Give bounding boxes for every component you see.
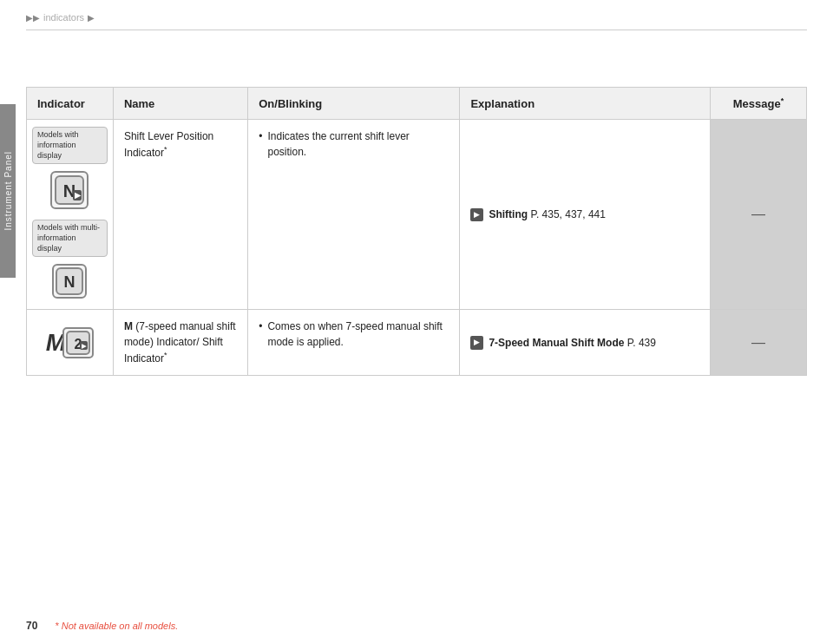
header-indicator: Indicator — [27, 88, 114, 120]
explanation-bold-1: Shifting — [489, 208, 528, 220]
header-message-text: Message — [733, 97, 781, 110]
bullet-item-2: Comes on when 7-speed manual shift mode … — [259, 319, 449, 350]
name-prefix-2: M — [124, 320, 133, 332]
indicator-box-top: Models with information display — [32, 127, 108, 164]
top-bar: ▶▶ indicators ▶ — [26, 12, 807, 30]
main-content: Indicator Name On/Blinking Explanation M… — [26, 35, 807, 609]
indicator-box-bottom-text: Models with multi-information display — [37, 223, 100, 252]
footer: 70 * Not available on all models. — [26, 620, 807, 632]
breadcrumb-arrows: ▶▶ — [26, 13, 40, 23]
message-cell-1: — — [710, 120, 806, 310]
m-sub-svg: 2 ▶ — [66, 331, 90, 355]
message-value-2: — — [751, 335, 765, 350]
explanation-cell-2: ▶ 7-Speed Manual Shift Mode P. 439 — [460, 310, 711, 376]
bullet-text-1: Indicates the current shift lever positi… — [267, 128, 449, 160]
name-text-1: Shift Lever Position Indicator* — [124, 130, 213, 159]
message-value-1: — — [751, 207, 765, 221]
explanation-icon-2: ▶ — [470, 336, 483, 350]
bullet-item-1: Indicates the current shift lever positi… — [259, 128, 449, 160]
onblinking-cell-2: Comes on when 7-speed manual shift mode … — [248, 310, 460, 376]
table-row: M 2 ▶ M (7-speed manual sh — [27, 310, 807, 376]
shift-lever-svg-bottom: N — [55, 266, 84, 296]
explanation-link-2: ▶ 7-Speed Manual Shift Mode P. 439 — [470, 335, 699, 351]
breadcrumb-suffix-arrow: ▶ — [88, 13, 95, 23]
indicator-box-top-text: Models with information display — [37, 130, 79, 159]
bullet-text-2: Comes on when 7-speed manual shift mode … — [267, 319, 449, 350]
indicators-table: Indicator Name On/Blinking Explanation M… — [26, 87, 807, 376]
name-text-2: M (7-speed manual shift mode) Indicator/… — [124, 320, 236, 365]
side-tab-label: Instrument Panel — [3, 151, 13, 231]
explanation-cell-1: ▶ Shifting P. 435, 437, 441 — [460, 120, 711, 310]
m-indicator-icon: M 2 ▶ — [32, 325, 108, 361]
shift-lever-svg-top: N ▶ — [54, 174, 85, 206]
page-number: 70 — [26, 620, 37, 632]
breadcrumb-suffix: indicators — [43, 12, 84, 23]
explanation-content-2: 7-Speed Manual Shift Mode P. 439 — [489, 335, 656, 351]
header-message-asterisk: * — [781, 96, 784, 105]
header-onblinking: On/Blinking — [248, 88, 460, 120]
indicator-box-bottom: Models with multi-information display — [32, 220, 108, 257]
header-message: Message* — [710, 88, 806, 120]
explanation-bold-2: 7-Speed Manual Shift Mode — [489, 337, 624, 349]
message-cell-2: — — [710, 310, 806, 376]
indicator-cell-2: M 2 ▶ — [27, 310, 114, 376]
header-explanation: Explanation — [460, 88, 711, 120]
shift-lever-icon-top: N ▶ — [50, 171, 89, 209]
side-tab: Instrument Panel — [0, 104, 16, 278]
m-sub-box: 2 ▶ — [62, 327, 94, 358]
onblinking-cell-1: Indicates the current shift lever positi… — [248, 120, 460, 310]
shift-lever-icon-bottom: N — [52, 264, 87, 299]
header-name: Name — [113, 88, 247, 120]
name-cell-1: Shift Lever Position Indicator* — [113, 120, 247, 310]
svg-text:▶: ▶ — [75, 191, 82, 200]
explanation-content-1: Shifting P. 435, 437, 441 — [489, 207, 606, 222]
name-cell-2: M (7-speed manual shift mode) Indicator/… — [113, 310, 247, 376]
explanation-icon-1: ▶ — [470, 208, 483, 222]
explanation-link-1: ▶ Shifting P. 435, 437, 441 — [470, 207, 699, 222]
footer-note: * Not available on all models. — [55, 621, 178, 631]
table-row: Models with information display N ▶ Mode… — [27, 120, 807, 310]
svg-text:N: N — [64, 273, 75, 291]
indicator-cell-1: Models with information display N ▶ Mode… — [27, 120, 114, 310]
